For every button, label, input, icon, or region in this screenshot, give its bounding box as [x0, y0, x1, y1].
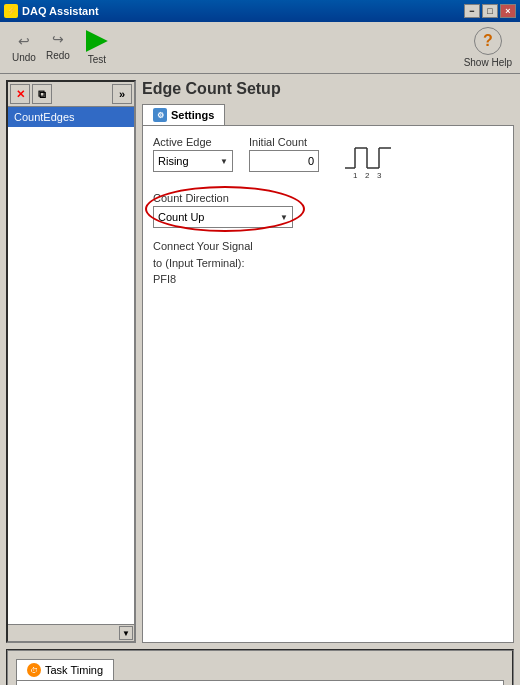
left-panel: ✕ ⧉ » CountEdges ▼ — [6, 80, 136, 643]
undo-label: Undo — [12, 52, 36, 63]
scroll-controls: ▼ — [8, 624, 134, 641]
help-icon: ? — [474, 27, 502, 55]
redo-icon: ↪ — [48, 30, 68, 48]
task-timing-tab-bar: ⏱ Task Timing — [16, 659, 504, 680]
initial-count-label: Initial Count — [249, 136, 319, 148]
count-direction-arrow: ▼ — [280, 213, 288, 222]
app-icon: ⚡ — [4, 4, 18, 18]
test-group: Test — [86, 30, 108, 65]
settings-tab[interactable]: ⚙ Settings — [142, 104, 225, 125]
maximize-button[interactable]: □ — [482, 4, 498, 18]
settings-content: Active Edge Rising ▼ Initial Count — [142, 125, 514, 643]
toolbar: ↩ Undo ↪ Redo Test ? Show Help — [0, 22, 520, 74]
close-button[interactable]: × — [500, 4, 516, 18]
left-panel-toolbar: ✕ ⧉ » — [8, 82, 134, 107]
redo-label: Redo — [46, 50, 70, 61]
active-edge-arrow: ▼ — [220, 157, 228, 166]
active-edge-row: Active Edge Rising ▼ Initial Count — [153, 136, 503, 182]
scroll-down-button[interactable]: ▼ — [119, 626, 133, 640]
undo-icon: ↩ — [14, 32, 34, 50]
task-timing-tab[interactable]: ⏱ Task Timing — [16, 659, 114, 680]
task-timing-tab-label: Task Timing — [45, 664, 103, 676]
redo-button[interactable]: ↪ Redo — [42, 28, 74, 63]
title-bar: ⚡ DAQ Assistant − □ × — [0, 0, 520, 22]
svg-text:2: 2 — [365, 171, 370, 180]
count-direction-section: Count Direction Count Up ▼ — [153, 192, 503, 228]
svg-text:3: 3 — [377, 171, 382, 180]
task-timing-content: Acquisition Mode 1 Sample (On Demand) 1 … — [16, 680, 504, 685]
connect-signal-text: Connect Your Signal to (Input Terminal):… — [153, 238, 503, 288]
count-direction-select[interactable]: Count Up ▼ — [153, 206, 293, 228]
left-panel-items: CountEdges — [8, 107, 134, 624]
connect-signal-section: Connect Your Signal to (Input Terminal):… — [153, 238, 503, 288]
window-controls: − □ × — [464, 4, 516, 18]
initial-count-group: Initial Count — [249, 136, 319, 172]
test-label: Test — [88, 54, 106, 65]
signal-diagram: 1 2 3 — [343, 136, 393, 182]
undo-redo-group: ↩ Undo ↪ Redo — [8, 30, 74, 65]
task-timing-section: ⏱ Task Timing Acquisition Mode 1 Sample … — [6, 649, 514, 685]
page-title: Edge Count Setup — [142, 80, 514, 98]
svg-text:1: 1 — [353, 171, 358, 180]
main-content: ✕ ⧉ » CountEdges ▼ Edge Count Setup ⚙ Se… — [0, 74, 520, 649]
active-edge-select[interactable]: Rising ▼ — [153, 150, 233, 172]
copy-button[interactable]: ⧉ — [32, 84, 52, 104]
count-edges-item[interactable]: CountEdges — [8, 107, 134, 127]
expand-button[interactable]: » — [112, 84, 132, 104]
delete-button[interactable]: ✕ — [10, 84, 30, 104]
right-panel: Edge Count Setup ⚙ Settings Active Edge … — [142, 80, 514, 643]
settings-tab-icon: ⚙ — [153, 108, 167, 122]
count-direction-label: Count Direction — [153, 192, 229, 204]
test-icon — [86, 30, 108, 52]
show-help-button[interactable]: ? Show Help — [464, 27, 512, 68]
active-edge-group: Active Edge Rising ▼ — [153, 136, 233, 172]
settings-tab-label: Settings — [171, 109, 214, 121]
minimize-button[interactable]: − — [464, 4, 480, 18]
window-title: DAQ Assistant — [22, 5, 99, 17]
active-edge-label: Active Edge — [153, 136, 233, 148]
task-timing-icon: ⏱ — [27, 663, 41, 677]
show-help-label: Show Help — [464, 57, 512, 68]
undo-button[interactable]: ↩ Undo — [8, 30, 40, 65]
tab-bar: ⚙ Settings — [142, 104, 514, 125]
initial-count-input[interactable] — [249, 150, 319, 172]
